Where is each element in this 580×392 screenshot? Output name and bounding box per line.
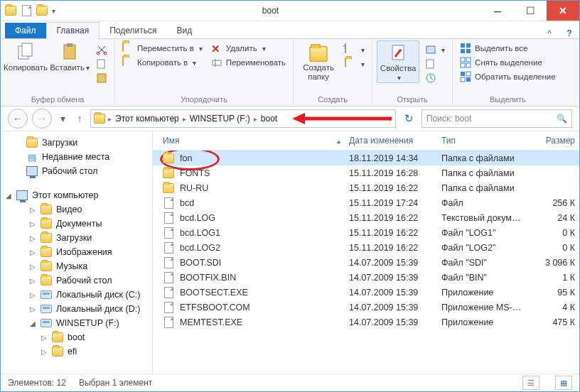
window-title: boot xyxy=(60,6,481,16)
chevron-right for breadcrumb-root-icon[interactable]: ▸ xyxy=(108,115,112,123)
folder-icon xyxy=(163,168,174,179)
edit-button[interactable] xyxy=(422,58,448,70)
svg-rect-25 xyxy=(461,77,465,82)
qat: ▾ xyxy=(1,5,60,16)
help-icon[interactable]: ? xyxy=(559,28,579,38)
col-type[interactable]: Тип xyxy=(437,136,537,146)
nav-desktop[interactable]: Рабочий стол xyxy=(1,164,152,178)
properties-icon xyxy=(388,43,408,62)
nav-music[interactable]: ▷Музыка xyxy=(1,259,152,273)
recent-locations-button[interactable]: ▾ xyxy=(56,113,69,124)
tab-file[interactable]: Файл xyxy=(5,23,46,38)
paste-shortcut-button[interactable] xyxy=(93,72,110,85)
tab-share[interactable]: Поделиться xyxy=(100,23,166,38)
path-dropdown-icon[interactable]: ▾ xyxy=(388,114,392,124)
nav-pane[interactable]: Загрузки ▤Недавние места Рабочий стол ◢Э… xyxy=(1,131,153,374)
file-row[interactable]: bcd15.11.2019 17:24Файл256 К xyxy=(153,195,579,210)
crumb-drive[interactable]: WINSETUP (F:) xyxy=(188,114,252,124)
tree-collapse-icon[interactable]: ◢ xyxy=(5,192,12,200)
ribbon-collapse-icon[interactable]: ^ xyxy=(539,28,559,38)
nav-disk-c[interactable]: ▷Локальный диск (C:) xyxy=(1,288,152,302)
refresh-button[interactable]: ↻ xyxy=(400,112,417,125)
new-file-icon[interactable] xyxy=(21,5,32,16)
file-type: Файл "SDI" xyxy=(437,258,537,268)
file-row[interactable]: BOOTSECT.EXE14.07.2009 15:39Приложение95… xyxy=(153,285,579,300)
new-item-button[interactable]: ▾ xyxy=(342,43,367,56)
back-button[interactable]: ← xyxy=(8,109,28,129)
nav-videos[interactable]: ▷Видео xyxy=(1,202,152,217)
paste-button[interactable]: Вставить▾ xyxy=(49,40,90,72)
folder-icon xyxy=(94,113,105,124)
up-button[interactable]: ↑ xyxy=(73,113,86,124)
file-icon xyxy=(163,242,174,254)
minimize-button[interactable]: – xyxy=(481,1,514,21)
move-to-button[interactable]: Переместить в▾ xyxy=(119,42,205,55)
chevron-right-icon[interactable]: ▸ xyxy=(254,115,257,123)
history-button[interactable] xyxy=(422,72,448,85)
nav-boot[interactable]: ▷boot xyxy=(1,330,152,344)
svg-rect-16 xyxy=(466,43,471,48)
maximize-button[interactable]: ☐ xyxy=(514,1,547,21)
qat-dropdown-icon[interactable]: ▾ xyxy=(52,7,55,15)
file-size: 256 К xyxy=(537,198,579,208)
icons-view-button[interactable]: ▦ xyxy=(555,376,572,390)
new-folder-button[interactable]: Создатьпапку xyxy=(298,40,339,82)
nav-this-pc[interactable]: ◢Этот компьютер xyxy=(1,188,152,202)
col-name[interactable]: Имя▴ xyxy=(159,136,345,146)
file-name: RU-RU xyxy=(180,183,208,193)
file-type: Файл "BIN" xyxy=(437,273,537,283)
copy-button[interactable]: Копировать xyxy=(5,40,46,72)
crumb-folder[interactable]: boot xyxy=(259,114,279,124)
nav-disk-d[interactable]: ▷Локальный диск (D:) xyxy=(1,302,152,316)
cut-button[interactable] xyxy=(93,43,110,56)
file-row[interactable]: ETFSBOOT.COM14.07.2009 15:39Приложение M… xyxy=(153,300,579,315)
group-open: Свойства▾ ▾ Открыть xyxy=(372,39,453,106)
nav-efi[interactable]: ▷efi xyxy=(1,344,152,359)
chevron-right-icon[interactable]: ▸ xyxy=(183,115,186,123)
nav-downloads[interactable]: Загрузки xyxy=(1,136,152,150)
forward-button[interactable]: → xyxy=(32,109,52,129)
open-button[interactable]: ▾ xyxy=(422,43,448,56)
file-row[interactable]: MEMTEST.EXE14.07.2009 15:39Приложение475… xyxy=(153,315,579,330)
rename-button[interactable]: Переименовать xyxy=(208,56,289,69)
file-row[interactable]: bcd.LOG215.11.2019 16:22Файл "LOG2"0 К xyxy=(153,240,579,255)
select-invert-button[interactable]: Обратить выделение xyxy=(457,70,559,83)
file-row[interactable]: bcd.LOG15.11.2019 16:22Текстовый докум…2… xyxy=(153,210,579,225)
open-folder-icon[interactable] xyxy=(36,5,48,16)
file-row[interactable]: BOOTFIX.BIN14.07.2009 15:39Файл "BIN"1 К xyxy=(153,270,579,285)
select-all-button[interactable]: Выделить все xyxy=(457,42,559,55)
crumb-this-pc[interactable]: Этот компьютер xyxy=(113,114,181,124)
copy-path-button[interactable] xyxy=(93,58,110,70)
tree-collapse-icon[interactable]: ◢ xyxy=(29,320,36,327)
easy-access-button[interactable]: ▾ xyxy=(342,58,367,70)
file-icon xyxy=(163,287,174,298)
file-row[interactable]: RU-RU15.11.2019 16:22Папка с файлами xyxy=(153,180,579,195)
col-date[interactable]: Дата изменения xyxy=(345,136,437,146)
search-input[interactable]: Поиск: boot 🔍 xyxy=(421,109,572,128)
close-button[interactable]: ✕ xyxy=(547,1,579,21)
file-rows[interactable]: fon18.11.2019 14:34Папка с файламиFONTS1… xyxy=(153,151,579,374)
window-controls: – ☐ ✕ xyxy=(481,1,579,21)
file-row[interactable]: bcd.LOG115.11.2019 16:22Файл "LOG1"0 К xyxy=(153,225,579,240)
tab-home[interactable]: Главная xyxy=(46,22,100,39)
nav-pictures[interactable]: ▷Изображения xyxy=(1,245,152,259)
select-none-button[interactable]: Снять выделение xyxy=(457,56,559,69)
nav-desktop2[interactable]: ▷Рабочий стол xyxy=(1,273,152,288)
nav-downloads2[interactable]: ▷Загрузки xyxy=(1,231,152,245)
nav-recent[interactable]: ▤Недавние места xyxy=(1,150,152,164)
breadcrumb[interactable]: ▸ Этот компьютер ▸ WINSETUP (F:) ▸ boot … xyxy=(90,109,396,128)
nav-documents[interactable]: ▷Документы xyxy=(1,217,152,231)
properties-button[interactable]: Свойства▾ xyxy=(377,40,419,83)
file-row[interactable]: fon18.11.2019 14:34Папка с файлами xyxy=(153,151,579,165)
svg-rect-15 xyxy=(461,43,465,48)
details-view-button[interactable]: ☰ xyxy=(522,376,539,390)
file-name: ETFSBOOT.COM xyxy=(180,303,250,312)
tab-view[interactable]: Вид xyxy=(166,23,202,38)
file-row[interactable]: FONTS15.11.2019 16:28Папка с файлами xyxy=(153,165,579,180)
file-size: 4 К xyxy=(537,303,579,312)
col-size[interactable]: Размер xyxy=(537,136,579,146)
copy-to-button[interactable]: Копировать в▾ xyxy=(119,56,205,69)
delete-button[interactable]: ✕Удалить▾ xyxy=(208,42,289,55)
file-row[interactable]: BOOT.SDI14.07.2009 15:39Файл "SDI"3 096 … xyxy=(153,255,579,270)
nav-winsetup[interactable]: ◢WINSETUP (F:) xyxy=(1,316,152,330)
